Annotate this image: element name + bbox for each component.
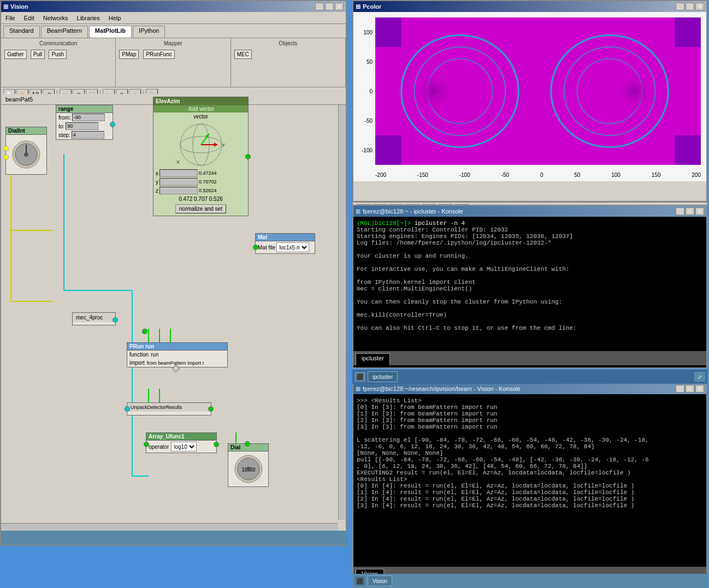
range-from-row: from: -90: [56, 113, 113, 122]
mec-out1[interactable]: [113, 317, 118, 323]
ufunc1-title: Array_Ufunc1: [146, 433, 216, 441]
dialint-out1[interactable]: [3, 146, 9, 151]
canvas-v-scroll[interactable]: [338, 105, 346, 520]
pcolor-minimize[interactable]: _: [676, 3, 684, 10]
communication-label: Communication: [3, 40, 113, 46]
k2-line1: >>> <Results List>: [357, 397, 703, 404]
z-slider[interactable]: [159, 187, 198, 194]
dial-in[interactable]: [245, 441, 250, 447]
minimize-btn[interactable]: _: [315, 3, 324, 10]
pcolor-plot-container: 100 50 0 -50 -100: [353, 12, 706, 181]
objects-label: Objects: [233, 40, 343, 46]
menu-networks[interactable]: Networks: [41, 14, 70, 22]
conn-green3[interactable]: [142, 329, 147, 334]
pcolor-svg: [375, 17, 701, 165]
range-from-val: -90: [73, 115, 81, 120]
unpack-out1[interactable]: [208, 406, 214, 412]
x-slider[interactable]: [159, 169, 198, 177]
range-to-slider[interactable]: 90: [66, 122, 98, 130]
taskbar-vision-btn[interactable]: Vision: [368, 575, 392, 586]
k1-line6: Your cluster is up and running.: [357, 253, 703, 259]
k2-line2: [0] In [3]: from beamPattern import run: [357, 404, 703, 411]
svg-point-43: [554, 37, 665, 146]
mec-component[interactable]: MEC: [234, 50, 252, 59]
k1-close[interactable]: ✕: [695, 207, 704, 215]
x-100: 100: [611, 172, 621, 178]
k2-maximize[interactable]: □: [686, 385, 694, 393]
dialint-out2[interactable]: [3, 155, 9, 160]
menu-edit[interactable]: Edit: [22, 14, 37, 22]
pmap-component[interactable]: PMap: [119, 50, 139, 59]
z-row: z 0.52624: [153, 186, 248, 195]
menu-libraries[interactable]: Libraries: [75, 14, 102, 22]
tab-ipython[interactable]: IPython: [133, 26, 165, 38]
k1-taskbar-btn[interactable]: ipcluster: [368, 371, 398, 382]
y-neg50: -50: [365, 118, 373, 124]
objects-section: Objects MEC: [231, 38, 346, 87]
k1-maximize[interactable]: □: [686, 207, 694, 215]
y-slider[interactable]: [159, 178, 198, 186]
pcolor-close[interactable]: ✕: [695, 3, 704, 10]
tab-standard[interactable]: Standard: [3, 26, 40, 38]
k2-close[interactable]: ✕: [695, 385, 704, 393]
k2-line8: -12, -6, 0, 6, 12, 18, 24, 30, 36, 42, 4…: [357, 443, 703, 450]
vision-title-text: Vision: [10, 3, 28, 10]
range-out[interactable]: [110, 122, 115, 127]
range-step-row: step: 4: [56, 130, 113, 139]
k2-line10: pull [[-90, -84, -78, -72, -66, -60, -54…: [357, 456, 703, 463]
k1-minimize[interactable]: _: [676, 207, 684, 215]
normalize-set-btn[interactable]: normalize and set: [175, 204, 226, 213]
unpack-label: UnpackDetectorResults: [131, 405, 182, 410]
menu-help[interactable]: Help: [107, 14, 123, 22]
tab-beampattern[interactable]: BeamPattern: [41, 26, 88, 38]
svg-point-42: [405, 37, 516, 146]
prunfunc-component[interactable]: PRunFunc: [143, 50, 174, 59]
prun-import-label: import: [129, 360, 145, 366]
menu-file[interactable]: File: [3, 14, 17, 22]
prun-function-label: function: [129, 352, 149, 358]
pcolor-image: [375, 17, 701, 165]
close-btn[interactable]: ✕: [335, 3, 344, 10]
k2-line12: EXECUTING2 result = run(el, El=El, Az=Az…: [357, 470, 703, 476]
dialint-title: DialInt: [6, 127, 46, 135]
pcolor-title: Pcolor: [363, 3, 381, 10]
k1-line15: mec.kill(controller=True): [357, 312, 703, 318]
ufunc1-out[interactable]: [214, 442, 219, 447]
svg-text:X: X: [176, 159, 180, 165]
elevazim-subtitle: -fold vector: [153, 105, 248, 112]
canvas-h-scroll[interactable]: [1, 523, 338, 531]
konsole1-window: ⊞ fperez@bic128:~ - ipcluster - Konsole …: [352, 205, 707, 369]
y-100: 100: [363, 29, 373, 35]
range-step-slider[interactable]: 4: [72, 131, 104, 139]
mat-out[interactable]: [253, 245, 258, 250]
k2-minimize[interactable]: _: [676, 385, 684, 393]
pcolor-maximize[interactable]: □: [686, 3, 694, 10]
x-label: x: [156, 170, 158, 176]
push-component[interactable]: Push: [49, 50, 67, 59]
unpack-in1[interactable]: [125, 406, 130, 412]
mapper-label: Mapper: [118, 40, 228, 46]
mat-file-select[interactable]: loc1x5.m:: [276, 242, 309, 252]
ufunc1-operator-select[interactable]: log10 sin cos exp: [171, 442, 197, 452]
k1-tab-ipcluster[interactable]: ipcluster: [356, 353, 390, 365]
pull-component[interactable]: Pull: [31, 50, 45, 59]
maximize-btn[interactable]: □: [325, 3, 334, 10]
y-row: y 0.70702: [153, 177, 248, 186]
svg-rect-46: [375, 135, 401, 165]
elevazim-vector-label: vector: [153, 112, 248, 121]
gather-component[interactable]: Gather: [4, 50, 27, 59]
konsole2-title: fperez@bic128:~/research/ipvision/beam -…: [363, 385, 521, 392]
pcolor-window: ⊞ Pcolor _ □ ✕ 100 50 0 -50 -100: [352, 0, 707, 202]
tab-matplotlib[interactable]: MatPlotLib: [89, 26, 132, 38]
ufunc1-in[interactable]: [144, 442, 149, 447]
k2-line9: [None, None, None, None]: [357, 450, 703, 456]
dialint-node: DialInt: [5, 127, 47, 175]
x-neg200: -200: [375, 172, 386, 178]
range-from-slider[interactable]: -90: [72, 114, 105, 121]
elevazim-out[interactable]: [245, 154, 251, 159]
y-label: y: [156, 179, 158, 185]
svg-point-21: [24, 152, 28, 157]
svg-marker-28: [214, 142, 217, 147]
range-from-label: from:: [58, 115, 71, 121]
k1-line3: Starting engines: Engines PIDs: [12034, …: [357, 233, 703, 240]
